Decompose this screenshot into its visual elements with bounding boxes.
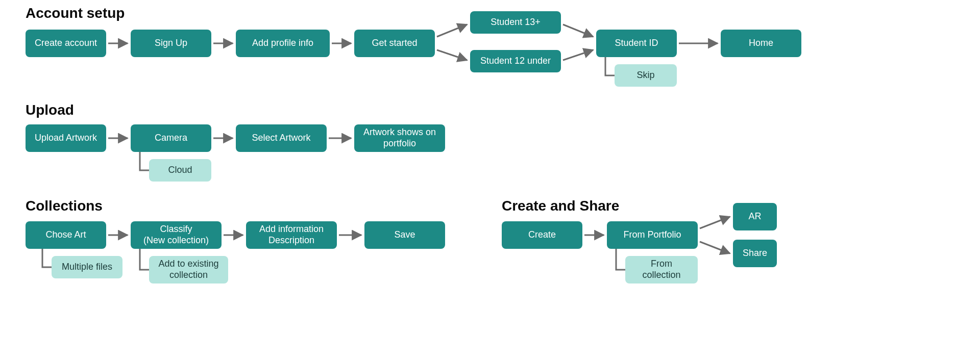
svg-line-5 bbox=[563, 24, 593, 37]
node-ar: AR bbox=[733, 203, 777, 230]
node-add-existing: Add to existing collection bbox=[149, 256, 228, 283]
section-account-setup-title: Account setup bbox=[26, 5, 125, 21]
node-upload-artwork: Upload Artwork bbox=[26, 124, 106, 152]
node-save: Save bbox=[364, 221, 445, 249]
node-share: Share bbox=[733, 240, 777, 267]
section-upload-title: Upload bbox=[26, 102, 74, 118]
node-artwork-shows: Artwork shows on portfolio bbox=[354, 124, 445, 152]
node-from-collection: From collection bbox=[625, 256, 698, 283]
svg-line-3 bbox=[437, 24, 467, 37]
node-student-13plus: Student 13+ bbox=[470, 11, 561, 34]
node-student-id: Student ID bbox=[596, 30, 677, 57]
node-from-portfolio: From Portfolio bbox=[607, 221, 698, 249]
node-multiple-files: Multiple files bbox=[52, 256, 122, 278]
node-camera: Camera bbox=[131, 124, 211, 152]
node-skip: Skip bbox=[615, 64, 677, 87]
node-classify: Classify (New collection) bbox=[131, 221, 222, 249]
svg-line-16 bbox=[700, 242, 730, 253]
node-get-started: Get started bbox=[354, 30, 435, 57]
node-chose-art: Chose Art bbox=[26, 221, 106, 249]
node-create: Create bbox=[502, 221, 582, 249]
node-create-account: Create account bbox=[26, 30, 106, 57]
svg-line-4 bbox=[437, 50, 467, 60]
section-collections-title: Collections bbox=[26, 198, 103, 214]
svg-line-6 bbox=[563, 50, 593, 60]
node-select-artwork: Select Artwork bbox=[236, 124, 327, 152]
node-cloud: Cloud bbox=[149, 159, 211, 182]
node-home: Home bbox=[721, 30, 801, 57]
node-add-info: Add information Description bbox=[246, 221, 337, 249]
node-sign-up: Sign Up bbox=[131, 30, 211, 57]
svg-line-15 bbox=[700, 217, 730, 228]
node-add-profile: Add profile info bbox=[236, 30, 330, 57]
section-create-share-title: Create and Share bbox=[502, 198, 619, 214]
node-student-12under: Student 12 under bbox=[470, 50, 561, 72]
